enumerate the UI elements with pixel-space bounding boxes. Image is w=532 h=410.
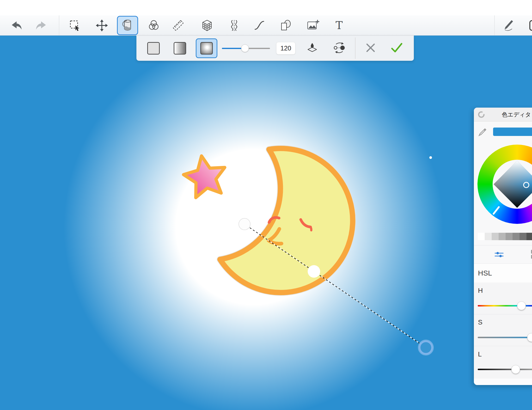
slider-thumb[interactable]: [241, 44, 249, 52]
grayscale-swatch[interactable]: [492, 233, 499, 240]
toolbar-divider: [494, 15, 495, 35]
shape-icon: [280, 19, 292, 32]
reverse-gradient-button[interactable]: [333, 41, 346, 56]
eyedropper-icon[interactable]: [478, 127, 487, 137]
svg-text:T: T: [335, 19, 342, 31]
grayscale-swatch[interactable]: [485, 233, 492, 240]
lightness-slider-thumb[interactable]: [511, 365, 520, 374]
saturation-slider-track[interactable]: [478, 337, 532, 338]
gradient-width-slider[interactable]: [222, 36, 270, 61]
insert-image-tool[interactable]: [306, 19, 320, 32]
hue-slider-row: H: [474, 282, 532, 314]
panel-title: 色エディタ: [502, 111, 531, 118]
grayscale-swatch-row: [478, 233, 532, 240]
color-ring-icon: [478, 111, 485, 118]
ruler-tool[interactable]: [171, 19, 185, 32]
cancel-button[interactable]: [365, 43, 376, 54]
color-editor-panel: 色エディタ: [474, 108, 532, 385]
gradient-start-handle[interactable]: [239, 218, 250, 230]
warp-symmetry-icon: [228, 19, 240, 32]
redo-icon: [36, 20, 48, 31]
grayscale-swatch[interactable]: [478, 233, 485, 240]
color-blend-tool[interactable]: [147, 19, 161, 32]
gradient-width-input[interactable]: [276, 42, 295, 55]
fill-bucket-tool-selected[interactable]: [117, 16, 138, 35]
close-icon: [365, 43, 376, 53]
lightness-label: L: [478, 350, 482, 358]
move-tool[interactable]: [95, 19, 109, 32]
swatches-tab[interactable]: [531, 249, 532, 260]
current-color-bar[interactable]: [493, 128, 532, 136]
move-icon: [95, 19, 108, 32]
marquee-select-icon: [69, 19, 81, 32]
small-star-dot: [429, 156, 432, 159]
lightness-slider-row: L: [474, 346, 532, 379]
color-mode-row[interactable]: HSL: [474, 264, 532, 282]
star-object[interactable]: [183, 156, 225, 198]
insert-image-icon: [306, 19, 319, 32]
fill-radial-gradient-button-selected[interactable]: [196, 38, 217, 58]
saturation-slider-row: S: [474, 315, 532, 346]
grayscale-swatch[interactable]: [526, 233, 532, 240]
main-toolbar: T: [0, 15, 532, 36]
toolbar-divider: [355, 38, 355, 59]
fill-options-toolbar: [136, 36, 414, 61]
canvas-artwork: [0, 36, 532, 410]
undo-button[interactable]: [9, 19, 22, 32]
reverse-gradient-icon: [333, 41, 346, 55]
checkmark-icon: [390, 43, 403, 53]
warp-symmetry-tool[interactable]: [228, 19, 241, 32]
ruler-icon: [172, 19, 185, 32]
side-panel-toggle[interactable]: [527, 19, 532, 32]
saturation-slider-thumb[interactable]: [527, 333, 532, 342]
redo-button[interactable]: [35, 19, 49, 32]
blend-mode-drop-button[interactable]: [306, 42, 318, 55]
gradient-mid-handle[interactable]: [308, 265, 320, 278]
stroke-curve-tool[interactable]: [253, 19, 266, 32]
fill-linear-gradient-icon: [174, 42, 186, 55]
status-bar-space: [0, 0, 532, 15]
panel-footer: [474, 379, 532, 385]
text-tool-icon: T: [333, 19, 345, 32]
fill-radial-gradient-icon: [200, 42, 213, 55]
gradient-end-handle[interactable]: [420, 341, 432, 354]
toolbar-divider: [59, 15, 59, 35]
undo-icon: [9, 20, 22, 31]
saturation-label: S: [478, 318, 483, 326]
stylus-pen-tool[interactable]: [502, 19, 515, 32]
grayscale-swatch[interactable]: [506, 233, 513, 240]
marquee-select-tool[interactable]: [68, 19, 82, 32]
app-window: T: [0, 0, 532, 410]
hue-label: H: [478, 287, 483, 295]
hue-ring-marker[interactable]: [494, 207, 499, 214]
lightness-slider-track[interactable]: [478, 369, 532, 370]
text-tool[interactable]: T: [332, 19, 346, 32]
hue-slider-thumb[interactable]: [517, 301, 526, 310]
fill-linear-gradient-button[interactable]: [174, 42, 186, 55]
grayscale-swatch[interactable]: [513, 233, 520, 240]
color-editor-header: 色エディタ: [474, 108, 532, 122]
stylus-pen-icon: [502, 19, 515, 32]
sliders-tab[interactable]: [494, 250, 504, 259]
panel-edge-icon: [527, 19, 532, 32]
color-mode-label: HSL: [478, 269, 492, 277]
color-blend-icon: [147, 19, 160, 32]
grayscale-swatch[interactable]: [520, 233, 526, 240]
fill-solid-button[interactable]: [147, 42, 160, 55]
perspective-grid-tool[interactable]: [200, 19, 214, 32]
panel-tabs: [474, 245, 532, 264]
fill-bucket-icon: [121, 19, 134, 32]
droplet-blend-icon: [306, 42, 318, 54]
stroke-curve-icon: [253, 19, 266, 32]
fill-solid-icon: [147, 42, 160, 55]
perspective-grid-icon: [201, 19, 213, 32]
drawing-canvas[interactable]: [0, 36, 532, 410]
shape-tool[interactable]: [279, 19, 293, 32]
grayscale-swatch[interactable]: [499, 233, 506, 240]
saturation-brightness-diamond[interactable]: [474, 145, 532, 224]
confirm-button[interactable]: [390, 43, 403, 54]
